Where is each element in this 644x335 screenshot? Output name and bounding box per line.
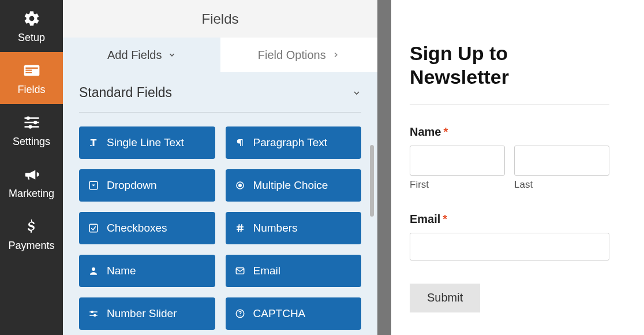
tab-label: Add Fields [107, 49, 162, 62]
dollar-icon [22, 217, 42, 236]
section-title-standard: Standard Fields [79, 85, 172, 100]
svg-rect-1 [25, 67, 38, 69]
name-label: Name * [410, 125, 609, 139]
slider-icon [88, 308, 99, 319]
hash-icon [235, 223, 245, 233]
svg-point-24 [94, 315, 96, 317]
required-marker: * [443, 125, 448, 139]
svg-rect-14 [89, 224, 98, 232]
builder-tabs: Add Fields Field Options [63, 38, 377, 72]
sidebar-item-payments[interactable]: Payments [0, 208, 63, 260]
field-numbers[interactable]: Numbers [226, 212, 362, 244]
tab-add-fields[interactable]: Add Fields [63, 38, 220, 72]
sidebar-label: Setup [18, 32, 45, 44]
svg-point-26 [239, 315, 241, 317]
paragraph-icon [235, 137, 245, 148]
last-sublabel: Last [514, 179, 609, 191]
field-label: Single Line Text [107, 136, 184, 149]
envelope-icon [235, 266, 245, 276]
gear-icon [22, 9, 42, 28]
builder-header: Fields [63, 0, 377, 38]
field-label: CAPTCHA [253, 307, 306, 320]
user-icon [88, 266, 99, 276]
builder-title: Fields [201, 11, 238, 27]
field-label: Numbers [253, 222, 298, 234]
svg-point-19 [92, 267, 95, 271]
sidebar-label: Payments [8, 240, 54, 252]
sidebar-label: Settings [13, 136, 50, 148]
bullhorn-icon [22, 165, 42, 184]
field-dropdown[interactable]: Dropdown [79, 169, 215, 202]
field-label: Multiple Choice [253, 179, 328, 192]
svg-line-18 [241, 224, 242, 232]
chevron-down-icon [168, 51, 176, 59]
field-single-line-text[interactable]: Single Line Text [79, 126, 215, 159]
dropdown-icon [88, 180, 99, 191]
fields-panel: Standard Fields Single Line Text Paragra… [63, 72, 377, 335]
form-icon [22, 61, 42, 80]
field-number-slider[interactable]: Number Slider [79, 297, 215, 330]
tab-label: Field Options [258, 49, 326, 62]
field-label: Name [107, 265, 136, 277]
svg-point-13 [238, 184, 241, 187]
radio-icon [235, 180, 245, 191]
svg-point-9 [28, 125, 32, 128]
builder-panel: Fields Add Fields Field Options [63, 0, 377, 335]
chevron-down-icon[interactable] [352, 88, 361, 98]
form-preview: Sign Up to Newsletter Name * First Last [391, 0, 644, 335]
field-label: Paragraph Text [253, 136, 328, 149]
required-marker: * [443, 213, 447, 226]
svg-rect-2 [25, 69, 32, 70]
sidebar: Setup Fields Settings Marketing Payments [0, 0, 63, 335]
field-checkboxes[interactable]: Checkboxes [79, 212, 215, 244]
last-name-input[interactable] [514, 146, 609, 176]
svg-rect-10 [90, 146, 92, 147]
help-icon [235, 308, 245, 319]
svg-rect-3 [25, 72, 32, 73]
chevron-right-icon [332, 51, 340, 59]
field-label: Number Slider [107, 307, 177, 320]
email-label: Email * [410, 213, 609, 226]
panel-divider [377, 0, 391, 335]
sidebar-item-settings[interactable]: Settings [0, 104, 63, 156]
form-title: Sign Up to Newsletter [410, 42, 609, 89]
submit-button[interactable]: Submit [410, 284, 480, 312]
first-name-input[interactable] [410, 146, 505, 176]
sidebar-item-marketing[interactable]: Marketing [0, 156, 63, 208]
svg-point-22 [91, 311, 93, 313]
field-label: Dropdown [107, 179, 157, 192]
sliders-icon [22, 113, 42, 132]
field-label: Email [253, 265, 281, 277]
sidebar-item-fields[interactable]: Fields [0, 52, 63, 104]
sidebar-item-setup[interactable]: Setup [0, 0, 63, 52]
scrollbar[interactable] [370, 145, 374, 217]
svg-point-8 [33, 120, 37, 124]
divider [410, 104, 609, 105]
email-input[interactable] [410, 233, 609, 260]
field-email[interactable]: Email [226, 255, 362, 287]
field-captcha[interactable]: CAPTCHA [226, 297, 362, 330]
first-sublabel: First [410, 179, 505, 191]
field-paragraph-text[interactable]: Paragraph Text [226, 126, 362, 159]
text-icon [88, 137, 99, 148]
tab-field-options[interactable]: Field Options [220, 38, 378, 72]
field-label: Checkboxes [107, 222, 167, 234]
checkbox-icon [88, 223, 99, 233]
sidebar-label: Marketing [9, 188, 54, 200]
svg-point-7 [26, 116, 29, 120]
svg-line-17 [238, 224, 239, 232]
field-name[interactable]: Name [79, 255, 215, 287]
field-multiple-choice[interactable]: Multiple Choice [226, 169, 362, 202]
sidebar-label: Fields [17, 84, 45, 96]
